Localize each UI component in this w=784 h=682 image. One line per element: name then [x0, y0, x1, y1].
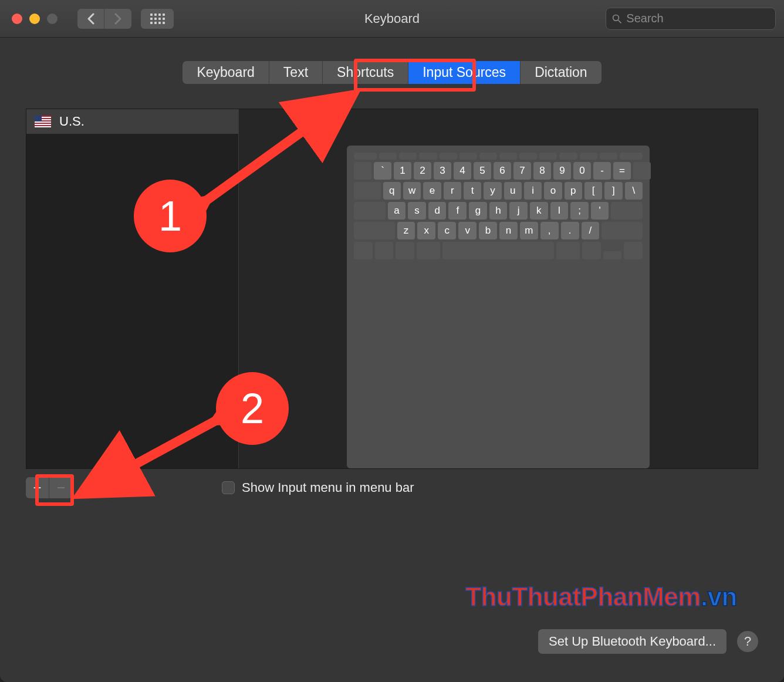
- close-window-button[interactable]: [12, 13, 22, 24]
- key: [601, 222, 643, 239]
- watermark: ThuThuatPhanMem.vn: [465, 582, 737, 612]
- key: n: [499, 222, 518, 239]
- preferences-window: Keyboard Keyboard Text Shortcuts Input S…: [0, 0, 784, 682]
- key: y: [484, 182, 501, 200]
- key: o: [544, 182, 562, 200]
- show-input-menu-label: Show Input menu in menu bar: [242, 480, 414, 495]
- key: ,: [540, 222, 559, 239]
- tab-segmented-control: Keyboard Text Shortcuts Input Sources Di…: [183, 61, 601, 84]
- annotation-badge-2: 2: [216, 372, 289, 445]
- key: 0: [573, 162, 591, 180]
- input-sources-panel: U.S. ` 1: [26, 109, 758, 469]
- back-button[interactable]: [77, 9, 104, 29]
- tab-bar: Keyboard Text Shortcuts Input Sources Di…: [26, 61, 758, 84]
- titlebar: Keyboard: [0, 0, 784, 38]
- key: =: [613, 162, 631, 180]
- traffic-lights: [12, 13, 58, 24]
- input-sources-list[interactable]: U.S.: [26, 109, 239, 468]
- key: 3: [434, 162, 451, 180]
- key: .: [561, 222, 579, 239]
- sources-footer-row: + − Show Input menu in menu bar: [26, 477, 758, 498]
- tab-input-sources[interactable]: Input Sources: [408, 61, 521, 84]
- key: q: [383, 182, 401, 200]
- key: u: [504, 182, 522, 200]
- annotation-badge-1: 1: [134, 180, 207, 252]
- key: [354, 162, 371, 180]
- add-remove-control: + −: [26, 477, 73, 498]
- key: ': [591, 202, 609, 220]
- key: \: [625, 182, 643, 200]
- key: i: [524, 182, 542, 200]
- show-input-menu-checkbox[interactable]: [222, 481, 235, 494]
- key: 9: [553, 162, 571, 180]
- key: g: [469, 202, 487, 220]
- nav-buttons: [77, 9, 131, 29]
- add-source-button[interactable]: +: [26, 477, 49, 498]
- setup-bluetooth-keyboard-button[interactable]: Set Up Bluetooth Keyboard...: [538, 629, 726, 654]
- key: [: [584, 182, 602, 200]
- key: k: [530, 202, 548, 220]
- key: ;: [570, 202, 589, 220]
- key: ]: [604, 182, 622, 200]
- key: t: [464, 182, 481, 200]
- footer: Set Up Bluetooth Keyboard... ?: [538, 629, 758, 654]
- key: h: [489, 202, 508, 220]
- svg-point-0: [613, 15, 619, 21]
- key: z: [397, 222, 415, 239]
- watermark-part2: .vn: [701, 582, 737, 611]
- key: -: [593, 162, 611, 180]
- key: 8: [533, 162, 551, 180]
- key: 2: [414, 162, 431, 180]
- key: 1: [394, 162, 411, 180]
- key: [354, 202, 386, 220]
- zoom-window-button[interactable]: [47, 13, 58, 24]
- key: d: [428, 202, 447, 220]
- key: b: [479, 222, 497, 239]
- key: [354, 222, 395, 239]
- keyboard-graphic: ` 1 2 3 4 5 6 7 8 9 0 - =: [347, 146, 650, 468]
- key: l: [550, 202, 569, 220]
- key: [354, 182, 381, 200]
- key: c: [438, 222, 456, 239]
- key: s: [408, 202, 426, 220]
- body: Keyboard Text Shortcuts Input Sources Di…: [0, 38, 784, 516]
- key: v: [458, 222, 477, 239]
- input-source-row[interactable]: U.S.: [26, 109, 238, 134]
- tab-dictation[interactable]: Dictation: [521, 61, 601, 84]
- key: m: [520, 222, 538, 239]
- minimize-window-button[interactable]: [29, 13, 40, 24]
- svg-line-1: [619, 20, 621, 23]
- key: r: [444, 182, 461, 200]
- search-field-wrap[interactable]: [606, 8, 776, 30]
- key: x: [417, 222, 435, 239]
- key: a: [388, 202, 406, 220]
- show-all-button[interactable]: [141, 9, 174, 29]
- key: [611, 202, 643, 220]
- search-input[interactable]: [626, 12, 769, 25]
- keyboard-preview: ` 1 2 3 4 5 6 7 8 9 0 - =: [239, 109, 758, 468]
- tab-text[interactable]: Text: [269, 61, 323, 84]
- us-flag-icon: [35, 116, 51, 127]
- search-icon: [612, 13, 621, 24]
- show-input-menu-row[interactable]: Show Input menu in menu bar: [222, 480, 414, 495]
- key: [633, 162, 651, 180]
- key: 6: [494, 162, 511, 180]
- grid-icon: [150, 13, 165, 24]
- key: /: [582, 222, 600, 239]
- key: 7: [513, 162, 531, 180]
- key: j: [509, 202, 528, 220]
- tab-keyboard[interactable]: Keyboard: [183, 61, 269, 84]
- key: 5: [474, 162, 491, 180]
- remove-source-button[interactable]: −: [49, 477, 73, 498]
- help-button[interactable]: ?: [737, 631, 758, 652]
- key: 4: [454, 162, 471, 180]
- key: f: [448, 202, 467, 220]
- tab-shortcuts[interactable]: Shortcuts: [323, 61, 408, 84]
- watermark-part1: ThuThuatPhanMem: [465, 582, 701, 611]
- key: w: [403, 182, 421, 200]
- forward-button[interactable]: [104, 9, 131, 29]
- chevron-right-icon: [114, 13, 122, 25]
- chevron-left-icon: [87, 13, 94, 25]
- key: e: [423, 182, 441, 200]
- key: `: [374, 162, 391, 180]
